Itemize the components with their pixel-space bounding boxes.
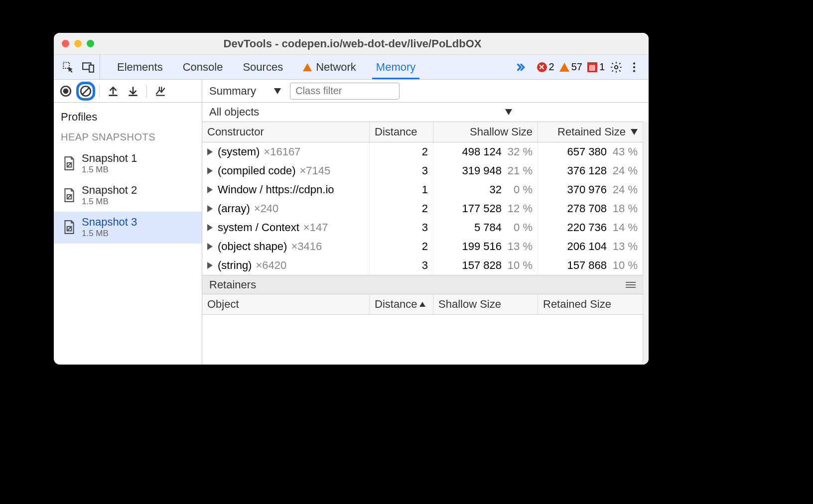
svg-line-16: [67, 227, 72, 231]
settings-icon[interactable]: [610, 61, 623, 74]
maximize-window-button[interactable]: [87, 40, 94, 47]
close-window-button[interactable]: [62, 40, 69, 47]
chevron-down-icon: [274, 88, 281, 94]
table-row[interactable]: (system)×16167 2 498 12432 % 657 38043 %: [202, 142, 643, 161]
device-toolbar-icon[interactable]: [82, 61, 95, 74]
expand-icon[interactable]: [207, 243, 213, 250]
svg-point-5: [633, 66, 635, 68]
sort-desc-icon: [631, 129, 638, 135]
svg-point-3: [615, 65, 618, 69]
th-retained[interactable]: Retained Size: [538, 122, 643, 142]
th-shallow[interactable]: Shallow Size: [433, 122, 538, 142]
th-constructor[interactable]: Constructor: [202, 122, 370, 142]
window-title: DevTools - codepen.io/web-dot-dev/live/P…: [94, 37, 611, 50]
main-panel: Summary All objects Constructor Distance…: [202, 80, 649, 365]
svg-point-4: [633, 62, 635, 64]
minimize-window-button[interactable]: [74, 40, 82, 47]
table-row[interactable]: Window / https://cdpn.io 1 320 % 370 976…: [202, 180, 643, 199]
snapshot-size: 1.5 MB: [82, 229, 137, 239]
th-object[interactable]: Object: [202, 294, 370, 314]
th-shallow2[interactable]: Shallow Size: [433, 294, 538, 314]
tab-network[interactable]: Network: [293, 55, 366, 79]
retainers-empty: [202, 315, 643, 365]
profiles-toolbar: [54, 80, 202, 103]
svg-rect-2: [89, 65, 94, 72]
th-distance2[interactable]: Distance: [370, 294, 433, 314]
tab-elements[interactable]: Elements: [107, 55, 173, 79]
retainers-header: Retainers: [202, 275, 643, 294]
tab-memory[interactable]: Memory: [366, 55, 425, 79]
objects-filter-dropdown[interactable]: All objects: [209, 106, 642, 119]
th-distance[interactable]: Distance: [370, 122, 433, 142]
sidebar: Profiles HEAP SNAPSHOTS Snapshot 1 1.5 M…: [54, 80, 202, 365]
expand-icon[interactable]: [207, 224, 213, 231]
devtools-window: DevTools - codepen.io/web-dot-dev/live/P…: [54, 33, 649, 365]
view-mode-dropdown[interactable]: Summary: [209, 85, 281, 98]
snapshot-size: 1.5 MB: [82, 165, 137, 175]
issues-badge[interactable]: ▤1: [587, 61, 605, 73]
sort-asc-icon: [419, 302, 425, 307]
heap-snapshots-label: HEAP SNAPSHOTS: [54, 128, 202, 148]
retainers-table-header: Object Distance Shallow Size Retained Si…: [202, 294, 643, 315]
snapshot-size: 1.5 MB: [82, 197, 137, 207]
snapshot-item[interactable]: Snapshot 3 1.5 MB: [54, 212, 202, 244]
svg-point-8: [63, 88, 69, 94]
svg-line-12: [67, 163, 72, 167]
table-row[interactable]: (string)×6420 3 157 82810 % 157 86810 %: [202, 256, 643, 275]
snapshot-name: Snapshot 1: [82, 152, 137, 165]
snapshot-item[interactable]: Snapshot 2 1.5 MB: [54, 180, 202, 212]
clear-button[interactable]: [79, 84, 93, 98]
tabbar: Elements Console Sources Network Memory …: [54, 55, 649, 80]
inspect-icon[interactable]: [62, 61, 75, 74]
expand-icon[interactable]: [207, 167, 213, 174]
traffic-lights: [62, 40, 94, 47]
chevron-down-icon: [505, 109, 512, 115]
table-row[interactable]: (compiled code)×7145 3 319 94821 % 376 1…: [202, 161, 643, 180]
svg-line-10: [82, 87, 89, 95]
table-row[interactable]: system / Context×147 3 5 7840 % 220 7361…: [202, 218, 643, 237]
errors-badge[interactable]: ✕2: [537, 61, 554, 73]
warning-icon: [303, 63, 312, 71]
titlebar: DevTools - codepen.io/web-dot-dev/live/P…: [54, 33, 649, 55]
upload-button[interactable]: [106, 84, 120, 98]
svg-line-14: [67, 195, 72, 199]
expand-icon[interactable]: [207, 262, 213, 269]
download-button[interactable]: [126, 84, 140, 98]
gc-button[interactable]: [153, 84, 167, 98]
warnings-badge[interactable]: 57: [559, 61, 582, 73]
table-row[interactable]: (array)×240 2 177 52812 % 278 70818 %: [202, 199, 643, 218]
expand-icon[interactable]: [207, 186, 213, 193]
snapshot-item[interactable]: Snapshot 1 1.5 MB: [54, 148, 202, 180]
class-filter-input[interactable]: [290, 83, 400, 100]
retainers-menu-icon[interactable]: [626, 282, 636, 288]
table-body: (system)×16167 2 498 12432 % 657 38043 %…: [202, 142, 643, 275]
table-row[interactable]: (object shape)×3416 2 199 51613 % 206 10…: [202, 237, 643, 256]
expand-icon[interactable]: [207, 205, 213, 212]
record-button[interactable]: [59, 84, 73, 98]
expand-icon[interactable]: [207, 148, 213, 155]
more-tabs-button[interactable]: [507, 55, 532, 79]
scrollbar[interactable]: [643, 122, 649, 365]
table-header: Constructor Distance Shallow Size Retain…: [202, 122, 643, 142]
tab-sources[interactable]: Sources: [233, 55, 293, 79]
profiles-label: Profiles: [54, 103, 202, 128]
snapshot-name: Snapshot 3: [82, 216, 137, 229]
snapshot-name: Snapshot 2: [82, 184, 137, 197]
th-retained2[interactable]: Retained Size: [538, 294, 643, 314]
main-toolbar: Summary: [202, 80, 649, 103]
more-icon[interactable]: [628, 61, 641, 74]
svg-point-6: [633, 70, 635, 72]
tab-console[interactable]: Console: [173, 55, 233, 79]
